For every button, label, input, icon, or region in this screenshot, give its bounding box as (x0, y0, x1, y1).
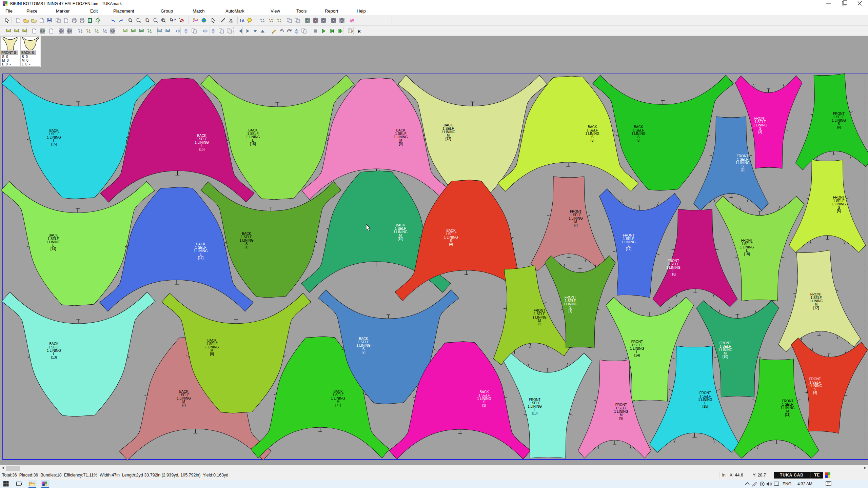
svg-text:L 0 -: L 0 - (2, 62, 11, 66)
svg-text:I: I (130, 18, 131, 22)
svg-text:FRONT S: FRONT S (1, 51, 16, 55)
svg-text:S 0 -: S 0 - (2, 55, 11, 59)
svg-text:−: − (154, 18, 156, 22)
svg-text:S 0 -: S 0 - (22, 55, 31, 59)
svg-text:P: P (162, 18, 164, 22)
svg-text:BACK S: BACK S (21, 51, 34, 55)
svg-text:M 0 -: M 0 - (22, 59, 31, 62)
svg-text:f: f (240, 18, 241, 22)
svg-text:180: 180 (288, 29, 292, 32)
svg-text:90: 90 (280, 29, 283, 32)
svg-text:A: A (242, 19, 244, 23)
svg-text:+: + (146, 18, 147, 22)
svg-text:?: ? (174, 18, 176, 22)
svg-text:M 0 -: M 0 - (2, 59, 12, 62)
svg-text:L 0 -: L 0 - (22, 62, 31, 66)
